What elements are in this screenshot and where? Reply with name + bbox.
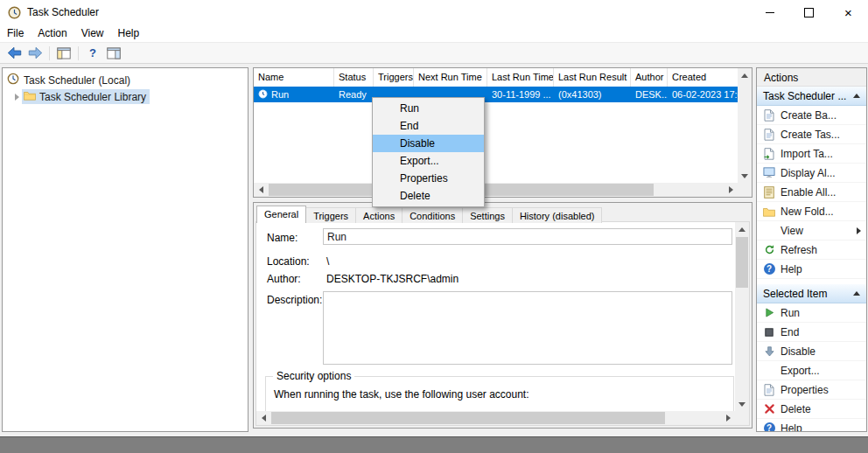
general-tab-page: Name: Run Location: \ Author: DESKTOP-TK… xyxy=(256,221,750,426)
desktop-background xyxy=(0,437,868,453)
task-scheduler-window: Task Scheduler × File Action View Help ? xyxy=(0,0,868,437)
show-action-pane-icon[interactable] xyxy=(104,44,123,62)
column-header-triggers[interactable]: Triggers xyxy=(374,68,414,87)
tab-history[interactable]: History (disabled) xyxy=(512,207,603,223)
details-vertical-scrollbar[interactable] xyxy=(735,222,749,411)
scrollbar-thumb[interactable] xyxy=(271,412,665,424)
context-menu-disable[interactable]: Disable xyxy=(373,135,484,152)
action-view[interactable]: View xyxy=(757,221,866,240)
minimize-button[interactable] xyxy=(750,0,789,24)
chevron-right-icon[interactable] xyxy=(11,94,22,101)
action-new-folder[interactable]: New Fold... xyxy=(757,202,866,221)
description-field[interactable] xyxy=(323,291,732,365)
scroll-up-button[interactable] xyxy=(735,222,749,236)
scroll-left-button[interactable] xyxy=(256,411,270,425)
name-field[interactable]: Run xyxy=(323,228,732,245)
tree-selection-highlight: Task Scheduler Library xyxy=(22,89,150,104)
action-create-task[interactable]: Create Tas... xyxy=(757,125,866,144)
context-menu-export[interactable]: Export... xyxy=(373,152,484,170)
action-help-selected[interactable]: ? Help xyxy=(757,419,866,432)
help-icon[interactable]: ? xyxy=(83,44,102,62)
actions-pane-title: Actions xyxy=(757,68,866,87)
column-header-author[interactable]: Author xyxy=(631,68,668,87)
details-horizontal-scrollbar[interactable] xyxy=(256,411,735,425)
export-icon xyxy=(762,364,776,378)
action-display-running-tasks[interactable]: Display Al... xyxy=(757,164,866,183)
create-task-icon xyxy=(762,128,776,142)
tab-actions[interactable]: Actions xyxy=(355,207,402,223)
tab-triggers[interactable]: Triggers xyxy=(305,207,356,223)
help-icon: ? xyxy=(762,422,776,433)
column-header-last-run-result[interactable]: Last Run Result xyxy=(554,68,631,87)
column-header-created[interactable]: Created xyxy=(668,68,738,87)
action-help[interactable]: ? Help xyxy=(757,260,866,279)
action-properties[interactable]: Properties xyxy=(757,380,866,400)
scroll-right-button[interactable] xyxy=(724,183,738,197)
menu-action[interactable]: Action xyxy=(31,25,74,41)
scroll-up-button[interactable] xyxy=(738,68,752,82)
tab-conditions[interactable]: Conditions xyxy=(402,207,463,223)
collapse-up-icon[interactable] xyxy=(853,291,860,296)
actions-section-selected-item[interactable]: Selected Item xyxy=(757,284,866,303)
scroll-down-button[interactable] xyxy=(738,169,752,183)
collapse-up-icon[interactable] xyxy=(853,94,860,98)
menubar: File Action View Help xyxy=(0,24,868,42)
context-menu-run[interactable]: Run xyxy=(373,100,484,117)
column-header-last-run-time[interactable]: Last Run Time xyxy=(487,68,554,87)
show-console-tree-icon[interactable] xyxy=(54,44,74,62)
action-delete[interactable]: Delete xyxy=(757,400,866,419)
column-header-next-run-time[interactable]: Next Run Time xyxy=(414,68,487,87)
action-refresh[interactable]: Refresh xyxy=(757,240,866,260)
disable-icon xyxy=(762,345,776,359)
submenu-arrow-icon xyxy=(857,227,861,234)
import-task-icon xyxy=(762,147,776,161)
task-list-header: Name Status Triggers Next Run Time Last … xyxy=(254,68,738,87)
context-menu-properties[interactable]: Properties xyxy=(373,170,484,187)
tab-general[interactable]: General xyxy=(256,206,306,223)
scroll-left-button[interactable] xyxy=(254,183,268,197)
minimize-icon xyxy=(766,12,774,13)
security-options-legend: Security options xyxy=(273,370,354,382)
action-create-basic-task[interactable]: Create Ba... xyxy=(757,106,866,125)
task-details-panel: General Triggers Actions Conditions Sett… xyxy=(253,202,752,429)
toolbar-separator xyxy=(49,46,50,60)
forward-icon[interactable] xyxy=(25,44,45,62)
blank-icon xyxy=(762,224,776,238)
toolbar-separator xyxy=(78,46,79,60)
task-row[interactable]: Run Ready 30-11-1999 ... (0x41303) DESK.… xyxy=(254,87,738,102)
menu-file[interactable]: File xyxy=(0,25,31,41)
context-menu: Run End Disable Export... Properties Del… xyxy=(372,97,485,207)
list-horizontal-scrollbar[interactable] xyxy=(254,183,738,197)
context-menu-end[interactable]: End xyxy=(373,117,484,135)
column-header-name[interactable]: Name xyxy=(254,68,334,87)
tree-item-task-scheduler-local[interactable]: Task Scheduler (Local) xyxy=(3,72,248,88)
maximize-button[interactable] xyxy=(789,0,829,24)
action-disable[interactable]: Disable xyxy=(757,342,866,361)
task-created-cell: 06-02-2023 17:07:4... xyxy=(668,89,738,100)
task-clock-icon xyxy=(258,89,268,101)
scrollbar-thumb[interactable] xyxy=(736,237,748,288)
column-header-status[interactable]: Status xyxy=(334,68,374,87)
scroll-right-button[interactable] xyxy=(721,411,735,425)
tree-item-label: Task Scheduler (Local) xyxy=(24,74,130,87)
scroll-down-button[interactable] xyxy=(735,397,749,411)
action-end[interactable]: End xyxy=(757,323,866,342)
tree-item-label: Task Scheduler Library xyxy=(39,91,146,103)
maximize-icon xyxy=(804,8,814,17)
action-import-task[interactable]: Import Ta... xyxy=(757,144,866,164)
menu-view[interactable]: View xyxy=(74,25,111,41)
menu-help[interactable]: Help xyxy=(111,25,147,41)
list-vertical-scrollbar[interactable] xyxy=(738,68,752,183)
tab-settings[interactable]: Settings xyxy=(462,207,513,223)
action-export[interactable]: Export... xyxy=(757,361,866,380)
action-run[interactable]: Run xyxy=(757,303,866,323)
tree-item-task-scheduler-library[interactable]: Task Scheduler Library xyxy=(3,88,248,105)
actions-section-task-scheduler[interactable]: Task Scheduler ... xyxy=(757,87,866,106)
back-icon[interactable] xyxy=(4,44,24,62)
display-running-tasks-icon xyxy=(762,166,776,180)
close-button[interactable]: × xyxy=(829,0,868,24)
context-menu-delete[interactable]: Delete xyxy=(373,187,484,205)
name-label: Name: xyxy=(267,232,298,244)
action-enable-task-history[interactable]: Enable All... xyxy=(757,183,866,202)
location-label: Location: xyxy=(267,255,310,268)
